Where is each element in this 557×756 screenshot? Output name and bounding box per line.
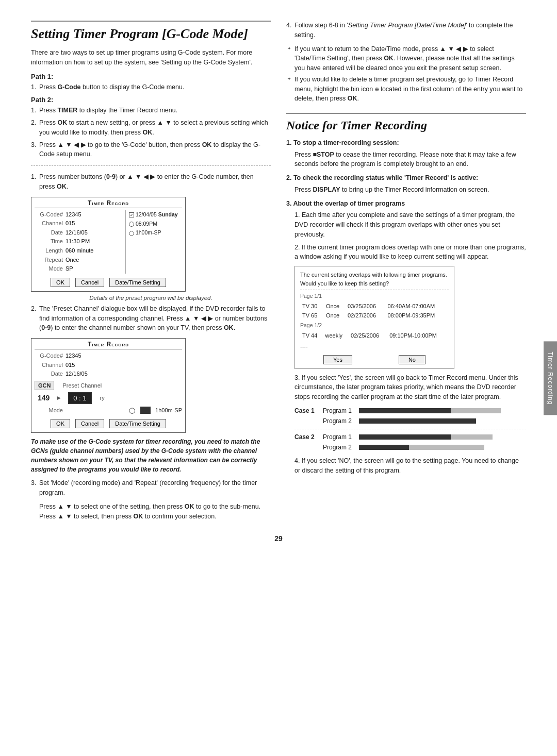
circle-icon-1 bbox=[129, 222, 134, 227]
notice-item-1: 1. To stop a timer-recording session: Pr… bbox=[286, 138, 526, 169]
path2-step-3: 3. Press ▲ ▼ ◀ ▶ to go to the 'G-Code' b… bbox=[31, 140, 271, 160]
overlap-box: The current setting overlaps with follow… bbox=[294, 266, 454, 369]
tr-channel-row: Channel 015 bbox=[35, 219, 122, 228]
timer-record-title-2: Timer Record bbox=[35, 341, 182, 349]
step-2-list: 2. The 'Preset Channel' dialogue box wil… bbox=[31, 304, 271, 333]
timer-record-title-1: Timer Record bbox=[35, 199, 182, 208]
overlap-divider-text: ---- bbox=[300, 342, 449, 351]
notice-item-4: 4. If you select 'NO', the screen will g… bbox=[294, 456, 526, 476]
case2-prog2-label: Program 2 bbox=[323, 443, 359, 452]
tr-date-row: Date 12/16/05 bbox=[35, 228, 122, 238]
after-dotted-step-1: 1. Press number buttons (0-9) or ▲ ▼ ◀ ▶… bbox=[31, 172, 271, 192]
case1-prog1-row: Case 1 Program 1 bbox=[294, 406, 526, 415]
arrow-right-icon: ► bbox=[56, 394, 62, 401]
timer-record-grid-1: G-Code# 12345 Channel 015 Date 12/16/05 bbox=[35, 210, 182, 274]
path1-step-1: 1. Press G-Code button to display the G-… bbox=[31, 82, 271, 92]
tr-mode-row: Mode SP bbox=[35, 264, 122, 274]
tr2-repeat-label: ry bbox=[100, 395, 105, 401]
calendar-icon: ✓ bbox=[129, 212, 134, 217]
notice-item-3-sub3: 3. If you select 'Yes', the screen will … bbox=[294, 373, 526, 402]
overlap-no-button[interactable]: No bbox=[399, 355, 425, 364]
tr-circle-entry-2: 1h00m-SP bbox=[129, 228, 182, 238]
notice-list: 1. To stop a timer-recording session: Pr… bbox=[286, 138, 526, 476]
case1-prog2-row: Program 2 bbox=[294, 416, 526, 426]
tr-datetime-button-2[interactable]: Date/Time Setting bbox=[109, 419, 166, 428]
tr2-date-row: Date 12/16/05 bbox=[35, 369, 182, 379]
tr-calendar-entry: ✓ 12/04/05 Sunday bbox=[129, 210, 182, 220]
gcn-label: GCN bbox=[35, 381, 54, 390]
right-column: 4. Follow step 6-8 in 'Setting Timer Pro… bbox=[286, 21, 526, 524]
tr-ok-button-2[interactable]: OK bbox=[51, 419, 70, 428]
step-3: 3. Set 'Mode' (recording mode) and 'Repe… bbox=[31, 478, 271, 498]
bullet-1: If you want to return to the Date/Time m… bbox=[294, 44, 526, 73]
overlap-page-1: Page 1/1 bbox=[300, 292, 449, 300]
path2-step-1: 1. Press TIMER to display the Timer Reco… bbox=[31, 106, 271, 115]
notice-item-2-body: Press DISPLAY to bring up the Timer Reco… bbox=[294, 185, 526, 195]
tr2-mode-row: Mode ◯ 1h00m-SP bbox=[35, 406, 182, 415]
timer-record-buttons-1: OK Cancel Date/Time Setting bbox=[35, 278, 182, 287]
main-content: Setting Timer Program [G-Code Mode] Ther… bbox=[31, 21, 526, 524]
case2-prog2-bar bbox=[359, 444, 526, 450]
sidebar-tab: Timer Recording bbox=[544, 341, 557, 415]
path2-step-2: 2. Press OK to start a new setting, or p… bbox=[31, 118, 271, 138]
caption-1: Details of the preset program will be di… bbox=[31, 295, 271, 301]
page-wrapper: Timer Recording Setting Timer Program [G… bbox=[0, 0, 557, 756]
notice-item-3-sub: 1. Each time after you complete and save… bbox=[294, 210, 526, 475]
tr-time-row: Time 11:30 PM bbox=[35, 237, 122, 246]
case1-prog1-label: Program 1 bbox=[323, 406, 359, 415]
path2-steps: 1. Press TIMER to display the Timer Reco… bbox=[31, 106, 271, 159]
case-divider bbox=[294, 429, 526, 429]
case2-prog1-bar bbox=[359, 434, 526, 440]
notice-item-1-body: Press ■STOP to cease the timer recording… bbox=[294, 150, 526, 170]
gcn-value: 149 bbox=[38, 394, 50, 402]
case1-prog1-bar bbox=[359, 408, 526, 414]
case1-prog2-bar bbox=[359, 418, 526, 424]
case2-prog1-row: Case 2 Program 1 bbox=[294, 432, 526, 442]
overlap-row-1: TV 30 Once 03/25/2006 06:40AM-07:00AM bbox=[300, 301, 449, 311]
overlap-page-2: Page 1/2 bbox=[300, 322, 449, 330]
step-2: 2. The 'Preset Channel' dialogue box wil… bbox=[31, 304, 271, 333]
overlap-row-2: TV 65 Once 02/27/2006 08:00PM-09:35PM bbox=[300, 311, 449, 321]
tr2-gcn-preset: GCN Preset Channel bbox=[35, 381, 182, 390]
tr-left-col-1: G-Code# 12345 Channel 015 Date 12/16/05 bbox=[35, 210, 122, 274]
right-col-top: 4. Follow step 6-8 in 'Setting Timer Pro… bbox=[286, 21, 526, 104]
left-column: Setting Timer Program [G-Code Mode] Ther… bbox=[31, 21, 271, 524]
path1-steps: 1. Press G-Code button to display the G-… bbox=[31, 82, 271, 92]
right-step-4: 4. Follow step 6-8 in 'Setting Timer Pro… bbox=[286, 21, 526, 40]
tr2-gcn-value-row: 149 ► 0 : 1 ry bbox=[35, 392, 182, 404]
tr-cancel-button-1[interactable]: Cancel bbox=[75, 278, 104, 287]
tr-repeat-row: Repeat Once bbox=[35, 256, 122, 265]
preset-channel-display: 0 : 1 bbox=[68, 392, 91, 404]
notice-item-3: 3. About the overlap of timer programs 1… bbox=[286, 199, 526, 476]
overlap-buttons: Yes No bbox=[300, 355, 449, 364]
timer-record-buttons-2: OK Cancel Date/Time Setting bbox=[35, 419, 182, 428]
bullet-2: If you would like to delete a timer prog… bbox=[294, 75, 526, 104]
overlap-table-2: TV 44 weekly 02/25/2006 09:10PM-10:00PM bbox=[300, 331, 449, 341]
intro-text: There are two ways to set up timer progr… bbox=[31, 48, 271, 68]
circle-icon-2 bbox=[129, 231, 134, 236]
case2-prog2-row: Program 2 bbox=[294, 443, 526, 452]
tr2-channel-row: Channel 015 bbox=[35, 361, 182, 370]
overlap-title: The current setting overlaps with follow… bbox=[300, 271, 449, 290]
case1-prog2-label: Program 2 bbox=[323, 416, 359, 426]
dotted-divider-1 bbox=[31, 165, 271, 166]
right-section-title: Notice for Timer Recording bbox=[286, 113, 526, 133]
timer-record-box-1: Timer Record G-Code# 12345 Channel 015 D… bbox=[31, 197, 186, 292]
tr-datetime-button-1[interactable]: Date/Time Setting bbox=[109, 278, 166, 287]
tr-cancel-button-2[interactable]: Cancel bbox=[75, 419, 104, 428]
case2-prog1-label: Program 1 bbox=[323, 432, 359, 442]
bold-italic-note: To make use of the G-Code system for tim… bbox=[31, 437, 271, 474]
tr-ok-button-1[interactable]: OK bbox=[51, 278, 70, 287]
right-col-bullets: If you want to return to the Date/Time m… bbox=[286, 44, 526, 104]
left-section-title: Setting Timer Program [G-Code Mode] bbox=[31, 21, 271, 42]
overlap-yes-button[interactable]: Yes bbox=[323, 355, 352, 364]
tr-gcode-row: G-Code# 12345 bbox=[35, 210, 122, 220]
notice-item-2: 2. To check the recording status while '… bbox=[286, 173, 526, 195]
tr-circle-entry: 08:09PM bbox=[129, 220, 182, 229]
step-3-list: 3. Set 'Mode' (recording mode) and 'Repe… bbox=[31, 478, 271, 498]
after-dotted-steps: 1. Press number buttons (0-9) or ▲ ▼ ◀ ▶… bbox=[31, 172, 271, 192]
overlap-table-1: TV 30 Once 03/25/2006 06:40AM-07:00AM TV… bbox=[300, 301, 449, 321]
path2-label: Path 2: bbox=[31, 96, 271, 104]
tr-right-col-1: ✓ 12/04/05 Sunday 08:09PM 1h00m-SP bbox=[125, 210, 182, 274]
timer-record-box-2: Timer Record G-Code# 12345 Channel 015 D… bbox=[31, 338, 186, 433]
